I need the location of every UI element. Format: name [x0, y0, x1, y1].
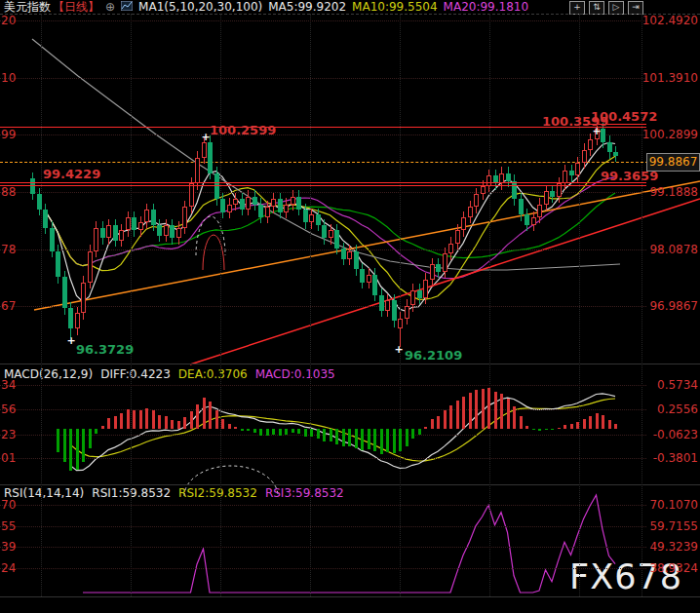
- macd-histogram-bar: [487, 388, 490, 429]
- macd-macd-value: MACD:0.1035: [255, 367, 335, 381]
- macd-histogram-bar: [411, 429, 414, 439]
- macd-histogram-bar: [475, 390, 478, 429]
- candle-body: [405, 306, 409, 319]
- rsi-axis-label-0: 70.1070: [649, 498, 698, 512]
- macd-histogram-bar: [589, 416, 592, 429]
- macd-histogram-bar: [482, 389, 485, 429]
- candle-body: [296, 197, 301, 210]
- step-out-icon[interactable]: ⇥: [628, 1, 643, 15]
- zoom-fit-icon[interactable]: ⇅: [589, 1, 604, 15]
- price-axis-label-left-1: 10: [1, 71, 16, 85]
- ma-settings-label: MA1(5,10,20,30,100): [138, 0, 262, 14]
- macd-histogram-bar: [76, 429, 79, 470]
- candle-body: [157, 225, 162, 236]
- macd-histogram-bar: [330, 429, 332, 441]
- price-axis-label-4: 98.0878: [649, 243, 698, 256]
- price-axis-label-5: 96.9867: [649, 299, 698, 313]
- candle-body: [246, 197, 251, 210]
- macd-histogram-bar: [241, 429, 244, 431]
- candle-body: [195, 158, 200, 184]
- candle-body: [37, 194, 42, 210]
- macd-histogram-bar: [183, 417, 186, 429]
- macd-histogram-bar: [145, 408, 148, 429]
- candle-body: [56, 251, 60, 278]
- price-annotation-5: 96.3729: [76, 342, 134, 357]
- macd-histogram-bar: [500, 394, 503, 429]
- candle-body: [94, 228, 98, 251]
- macd-gridline-3: [0, 458, 646, 459]
- macd-histogram-bar: [525, 426, 528, 429]
- macd-histogram-bar: [95, 429, 97, 434]
- price-axis-label-left-0: 20: [1, 14, 16, 27]
- candle-body: [474, 194, 479, 207]
- macd-histogram-bar: [456, 401, 459, 429]
- macd-histogram-bar: [538, 429, 541, 431]
- macd-histogram-bar: [272, 429, 275, 435]
- macd-histogram-bar: [279, 429, 282, 436]
- macd-histogram-bar: [373, 429, 376, 451]
- macd-histogram-bar: [558, 428, 561, 429]
- candle-body: [182, 207, 187, 227]
- price-gridline-1: [0, 78, 646, 79]
- macd-histogram-bar: [520, 416, 523, 429]
- candle-body: [360, 269, 365, 282]
- macd-histogram-bar: [507, 399, 510, 429]
- price-axis-label-left-2: 99: [1, 128, 16, 141]
- macd-histogram-bar: [196, 404, 199, 429]
- macd-histogram-bar: [247, 429, 250, 431]
- candle-body: [544, 191, 549, 204]
- candle-body: [227, 205, 232, 212]
- candle-body: [398, 319, 403, 329]
- rsi-gridline-1: [0, 526, 646, 527]
- vertical-gridline-1: [131, 14, 132, 596]
- crosshair-icon[interactable]: +: [569, 1, 585, 15]
- candle-body: [233, 199, 238, 204]
- macd-histogram-bar: [114, 416, 117, 429]
- macd-histogram-bar: [228, 424, 231, 429]
- price-pane[interactable]: [0, 14, 700, 364]
- macd-histogram-bar: [380, 429, 383, 454]
- rsi2-value: RSI2:59.8532: [178, 486, 257, 500]
- candle-body: [208, 142, 213, 173]
- candle-body: [291, 197, 295, 205]
- level-line-3: [0, 185, 646, 186]
- candle-body: [43, 210, 48, 228]
- candle-body: [525, 214, 529, 225]
- macd-histogram-bar: [304, 429, 307, 437]
- rsi3-value: RSI3:59.8532: [265, 486, 344, 500]
- rsi-axis-label-left-1: 55: [1, 519, 16, 533]
- price-gridline-0: [0, 20, 646, 21]
- macd-gridline-1: [0, 409, 646, 410]
- rsi-axis-label-left-2: 39: [1, 540, 16, 554]
- macd-histogram-bar: [399, 429, 402, 451]
- candle-body: [575, 163, 580, 175]
- vertical-gridline-5: [489, 14, 490, 596]
- macd-axis-label-3: -0.3801: [653, 451, 698, 465]
- macd-histogram-bar: [576, 422, 579, 429]
- macd-histogram-bar: [424, 427, 427, 429]
- macd-histogram-bar: [393, 429, 396, 453]
- candle-body: [550, 191, 555, 196]
- price-axis-label-left-3: 88: [1, 185, 16, 199]
- candle-body: [519, 199, 524, 214]
- macd-histogram-bar: [234, 427, 237, 429]
- macd-histogram-bar: [449, 405, 452, 429]
- macd-histogram-bar: [602, 415, 604, 429]
- plus-circle-icon[interactable]: ⊕: [105, 0, 115, 14]
- candle-body: [468, 207, 473, 217]
- macd-histogram-bar: [361, 429, 364, 450]
- candle-body: [309, 214, 314, 222]
- macd-histogram-bar: [348, 429, 351, 446]
- candle-body: [106, 225, 111, 238]
- mini-chart-icon: [121, 0, 133, 14]
- play-forward-icon[interactable]: ▷: [608, 1, 624, 15]
- macd-histogram-bar: [431, 419, 434, 429]
- macd-histogram-bar: [570, 424, 573, 429]
- candle-body: [607, 142, 612, 153]
- macd-histogram-bar: [342, 429, 345, 446]
- macd-title: MACD(26,12,9): [4, 367, 93, 381]
- candle-body: [271, 199, 276, 207]
- macd-histogram-bar: [469, 393, 472, 429]
- macd-histogram-bar: [89, 429, 92, 448]
- macd-histogram-bar: [355, 429, 358, 448]
